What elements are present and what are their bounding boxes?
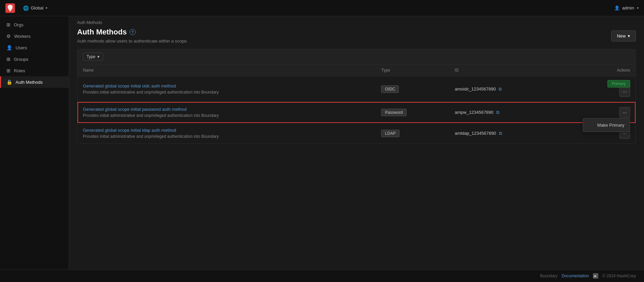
row-description: Provides initial administrative and unpr…	[83, 134, 219, 139]
sidebar-item-users[interactable]: 👤 Users	[0, 42, 69, 53]
layout: ⊞ Orgs ⚙ Workers 👤 Users ⊞ Groups ⊞ Role…	[0, 16, 644, 270]
primary-badge: Primary	[607, 80, 630, 87]
type-filter-chevron-icon: ▾	[97, 54, 99, 59]
footer: Boundary Documentation H © 2024 HashiCor…	[0, 270, 644, 282]
auth-methods-icon: 🔒	[6, 79, 12, 85]
top-nav-right[interactable]: 👤 admin ▾	[614, 5, 639, 10]
row-description: Provides initial administrative and unpr…	[83, 113, 219, 118]
breadcrumb: Auth Methods	[69, 16, 644, 25]
id-cell: amoidc_1234567890 ⧉	[455, 86, 561, 92]
global-chevron-icon: ▾	[46, 6, 47, 10]
main-content: Auth Methods Auth Methods ? Auth methods…	[69, 16, 644, 270]
more-actions-button[interactable]: ···	[619, 86, 630, 97]
col-header-id: ID	[449, 65, 567, 76]
new-button-label: New	[617, 33, 626, 39]
copy-icon[interactable]: ⧉	[496, 110, 499, 115]
table-header: Name Type ID Actions	[77, 65, 636, 76]
col-header-actions: Actions	[567, 65, 636, 76]
sidebar-item-roles[interactable]: ⊞ Roles	[0, 65, 69, 76]
row-description: Provides initial administrative and unpr…	[83, 90, 219, 95]
row-name-cell: Generated global scope initial password …	[77, 102, 376, 123]
id-cell: amldap_1234567890 ⧉	[455, 131, 561, 136]
copy-icon[interactable]: ⧉	[499, 131, 502, 136]
hashicorp-logo-icon: H	[593, 273, 598, 279]
footer-documentation-link[interactable]: Documentation	[561, 274, 589, 278]
page-title: Auth Methods ?	[77, 28, 188, 36]
copy-icon[interactable]: ⧉	[499, 86, 502, 92]
row-name-link[interactable]: Generated global scope initial oidc auth…	[83, 83, 370, 88]
table-row: Generated global scope initial password …	[77, 102, 636, 123]
groups-icon: ⊞	[6, 56, 10, 62]
globe-icon: 🌐	[23, 5, 29, 11]
sidebar-item-label: Users	[16, 45, 27, 50]
roles-icon: ⊞	[6, 68, 10, 73]
row-type-cell: Password	[376, 102, 449, 123]
new-button-chevron-icon: ▾	[628, 33, 630, 39]
row-actions-cell: Primary ···	[567, 76, 636, 102]
global-selector[interactable]: 🌐 Global ▾	[20, 4, 50, 12]
row-id-cell: ampw_1234567890 ⧉	[449, 102, 567, 123]
table-header-row: Name Type ID Actions	[77, 65, 636, 76]
new-button[interactable]: New ▾	[611, 30, 636, 42]
sidebar-item-groups[interactable]: ⊞ Groups	[0, 53, 69, 65]
row-name-link[interactable]: Generated global scope initial password …	[83, 107, 370, 112]
more-actions-button[interactable]: ···	[619, 107, 630, 118]
sidebar-item-orgs[interactable]: ⊞ Orgs	[0, 19, 69, 30]
table-body: Generated global scope initial oidc auth…	[77, 76, 636, 144]
row-id-cell: amoidc_1234567890 ⧉	[449, 76, 567, 102]
page-subtitle: Auth methods allow users to authenticate…	[77, 39, 188, 44]
global-label: Global	[31, 5, 44, 10]
user-name: admin	[622, 5, 634, 10]
filter-bar: Type ▾	[77, 49, 636, 65]
col-header-name: Name	[77, 65, 376, 76]
boundary-logo[interactable]	[5, 3, 15, 13]
top-nav-left: 🌐 Global ▾	[5, 3, 50, 13]
row-actions-cell: ··· Make Primary	[567, 102, 636, 123]
id-value: amoidc_1234567890	[455, 86, 496, 92]
user-chevron-icon: ▾	[637, 6, 639, 10]
type-filter-button[interactable]: Type ▾	[83, 53, 103, 61]
table-row: Generated global scope initial ldap auth…	[77, 123, 636, 144]
sidebar-item-label: Orgs	[14, 22, 23, 27]
top-nav: 🌐 Global ▾ 👤 admin ▾	[0, 0, 644, 16]
sidebar-item-label: Groups	[14, 57, 28, 62]
help-icon[interactable]: ?	[130, 29, 136, 35]
row-name-link[interactable]: Generated global scope initial ldap auth…	[83, 128, 370, 133]
col-header-type: Type	[376, 65, 449, 76]
page-header: Auth Methods ? Auth methods allow users …	[69, 25, 644, 49]
type-filter-label: Type	[87, 54, 95, 59]
type-badge: LDAP	[381, 130, 399, 137]
dropdown-menu: Make Primary	[583, 118, 630, 132]
users-icon: 👤	[6, 45, 12, 50]
sidebar-item-auth-methods[interactable]: 🔒 Auth Methods	[0, 76, 69, 88]
data-table: Name Type ID Actions	[77, 65, 636, 144]
workers-icon: ⚙	[6, 33, 11, 39]
footer-product: Boundary	[540, 274, 557, 278]
id-value: amldap_1234567890	[455, 131, 496, 136]
row-name-cell: Generated global scope initial ldap auth…	[77, 123, 376, 144]
id-cell: ampw_1234567890 ⧉	[455, 110, 561, 115]
row-type-cell: OIDC	[376, 76, 449, 102]
orgs-icon: ⊞	[6, 22, 10, 27]
footer-copyright: © 2024 HashiCorp	[602, 274, 636, 278]
row-name-cell: Generated global scope initial oidc auth…	[77, 76, 376, 102]
id-value: ampw_1234567890	[455, 110, 493, 115]
type-badge: Password	[381, 109, 407, 116]
row-type-cell: LDAP	[376, 123, 449, 144]
sidebar-item-label: Workers	[14, 34, 30, 39]
make-primary-item[interactable]: Make Primary	[583, 120, 630, 130]
sidebar-item-workers[interactable]: ⚙ Workers	[0, 30, 69, 42]
page-title-area: Auth Methods ? Auth methods allow users …	[77, 28, 188, 44]
svg-text:H: H	[594, 275, 596, 278]
table-row: Generated global scope initial oidc auth…	[77, 76, 636, 102]
user-icon: 👤	[614, 5, 620, 10]
sidebar-item-label: Roles	[14, 68, 25, 73]
row-id-cell: amldap_1234567890 ⧉	[449, 123, 567, 144]
sidebar: ⊞ Orgs ⚙ Workers 👤 Users ⊞ Groups ⊞ Role…	[0, 16, 69, 270]
sidebar-item-label: Auth Methods	[16, 80, 43, 85]
table-container: Type ▾ Name Type ID	[77, 49, 636, 144]
type-badge: OIDC	[381, 85, 399, 93]
